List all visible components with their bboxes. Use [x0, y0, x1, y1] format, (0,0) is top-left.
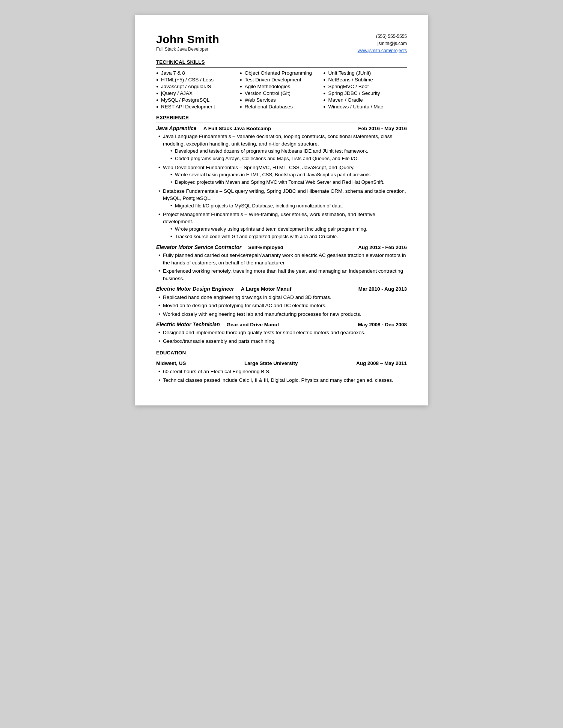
exp-bullet: Web Development Fundamentals – SpringMVC…	[158, 163, 407, 187]
email: jsmith@js.com	[358, 40, 407, 47]
phone: (555) 555-5555	[358, 33, 407, 40]
exp-left: Elevator Motor Service Contractor Self-E…	[156, 244, 283, 250]
exp-bullet: Designed and implemented thorough qualit…	[158, 329, 407, 337]
sub-bullet: Coded programs using Arrays, Collections…	[170, 155, 407, 162]
experience-section: EXPERIENCE Java Apprentice A Full Stack …	[156, 115, 407, 345]
exp-left: Java Apprentice A Full Stack Java Bootca…	[156, 125, 271, 131]
skill-item: NetBeans / Sublime	[323, 77, 407, 83]
edu-header: Midwest, US Large State University Aug 2…	[156, 360, 407, 366]
exp-bullet: Experienced working remotely, traveling …	[158, 267, 407, 283]
exp-company: Self-Employed	[248, 245, 283, 250]
header: John Smith Full Stack Java Developer (55…	[156, 33, 407, 55]
sub-bullet: Wrote programs weekly using sprints and …	[170, 225, 407, 233]
exp-bullet: Fully planned and carried out service/re…	[158, 251, 407, 267]
exp-company: A Full Stack Java Bootcamp	[203, 126, 271, 131]
sub-bullets: Wrote several basic programs in HTML, CS…	[163, 171, 407, 186]
skill-item: Unit Testing (JUnit)	[323, 70, 407, 77]
resume-page: John Smith Full Stack Java Developer (55…	[135, 15, 428, 405]
skill-item: Test Driven Development	[240, 77, 324, 83]
exp-date: May 2008 - Dec 2008	[358, 322, 407, 327]
website-link[interactable]: www.jsmith.com/projects	[358, 48, 407, 53]
exp-entry-technician: Electric Motor Technician Gear and Drive…	[156, 321, 407, 345]
candidate-name: John Smith	[156, 33, 219, 46]
exp-date: Aug 2013 - Feb 2016	[358, 245, 407, 250]
skill-item: Agile Methedologies	[240, 83, 324, 90]
exp-title: Electric Motor Design Engineer	[156, 286, 234, 292]
sub-bullets: Wrote programs weekly using sprints and …	[163, 225, 407, 240]
sub-bullets: Developed and tested dozens of programs …	[163, 147, 407, 162]
exp-header: Electric Motor Technician Gear and Drive…	[156, 321, 407, 327]
skills-divider	[156, 67, 407, 68]
skills-grid: Java 7 & 8 HTML(+5) / CSS / Less Javascr…	[156, 70, 407, 110]
exp-date: Mar 2010 - Aug 2013	[358, 286, 407, 292]
edu-date: Aug 2008 – May 2011	[356, 360, 407, 366]
exp-date: Feb 2016 - May 2016	[358, 126, 407, 131]
skill-item: SpringMVC / Boot	[323, 83, 407, 90]
exp-bullets: Designed and implemented thorough qualit…	[156, 329, 407, 345]
exp-bullet: Gearbox/transaxle assembly and parts mac…	[158, 337, 407, 345]
header-left: John Smith Full Stack Java Developer	[156, 33, 219, 52]
exp-bullet: Replicated hand done engineering drawing…	[158, 293, 407, 302]
exp-bullets: Java Language Fundamentals – Variable de…	[156, 132, 407, 241]
skill-item: MySQL / PostgreSQL	[156, 97, 240, 104]
exp-bullet: Database Fundamentals – SQL query writin…	[158, 187, 407, 210]
edu-bullet: 60 credit hours of an Electrical Enginee…	[158, 368, 407, 376]
education-divider	[156, 358, 407, 358]
exp-title: Electric Motor Technician	[156, 321, 220, 327]
technical-skills-title: TECHNICAL SKILLS	[156, 59, 407, 65]
skill-item: Object Oriented Programming	[240, 70, 324, 77]
exp-title: Java Apprentice	[156, 125, 197, 131]
skill-item: Version Control (Git)	[240, 90, 324, 97]
exp-title: Elevator Motor Service Contractor	[156, 244, 241, 250]
skills-col-1: Java 7 & 8 HTML(+5) / CSS / Less Javascr…	[156, 70, 240, 110]
skill-item: Javascript / AngularJS	[156, 83, 240, 90]
skill-item: jQuery / AJAX	[156, 90, 240, 97]
exp-bullet: Project Management Fundamentals – Wire-f…	[158, 210, 407, 241]
sub-bullet: Tracked source code with Git and organiz…	[170, 233, 407, 240]
exp-bullet: Worked closely with engineering test lab…	[158, 310, 407, 318]
sub-bullet: Developed and tested dozens of programs …	[170, 147, 407, 155]
experience-title: EXPERIENCE	[156, 115, 407, 120]
skill-item: Relational Databases	[240, 104, 324, 110]
exp-header: Electric Motor Design Engineer A Large M…	[156, 286, 407, 292]
exp-header: Elevator Motor Service Contractor Self-E…	[156, 244, 407, 250]
skill-item: HTML(+5) / CSS / Less	[156, 77, 240, 83]
exp-bullets: Replicated hand done engineering drawing…	[156, 293, 407, 318]
experience-divider	[156, 123, 407, 123]
exp-company: A Large Motor Manuf	[241, 286, 292, 292]
education-title: EDUCATION	[156, 350, 407, 356]
skills-col-3: Unit Testing (JUnit) NetBeans / Sublime …	[323, 70, 407, 110]
sub-bullet: Deployed projects with Maven and Spring …	[170, 179, 407, 186]
technical-skills-section: TECHNICAL SKILLS Java 7 & 8 HTML(+5) / C…	[156, 59, 407, 110]
exp-bullet: Java Language Fundamentals – Variable de…	[158, 132, 407, 164]
skill-item: Windows / Ubuntu / Mac	[323, 104, 407, 110]
candidate-subtitle: Full Stack Java Developer	[156, 47, 219, 52]
edu-bullet: Technical classes passed include Calc I,…	[158, 376, 407, 384]
exp-entry-design-engineer: Electric Motor Design Engineer A Large M…	[156, 286, 407, 318]
skill-item: Maven / Gradle	[323, 97, 407, 104]
skill-item: REST API Development	[156, 104, 240, 110]
sub-bullets: Migrated file I/O projects to MySQL Data…	[163, 202, 407, 210]
exp-company: Gear and Drive Manuf	[227, 322, 279, 327]
exp-entry-elevator: Elevator Motor Service Contractor Self-E…	[156, 244, 407, 283]
skill-item: Web Services	[240, 97, 324, 104]
sub-bullet: Wrote several basic programs in HTML, CS…	[170, 171, 407, 179]
skill-item: Java 7 & 8	[156, 70, 240, 77]
sub-bullet: Migrated file I/O projects to MySQL Data…	[170, 202, 407, 210]
exp-left: Electric Motor Design Engineer A Large M…	[156, 286, 291, 292]
exp-header: Java Apprentice A Full Stack Java Bootca…	[156, 125, 407, 131]
edu-bullets: 60 credit hours of an Electrical Enginee…	[156, 368, 407, 384]
exp-bullets: Fully planned and carried out service/re…	[156, 251, 407, 283]
edu-location: Midwest, US	[156, 360, 186, 366]
education-section: EDUCATION Midwest, US Large State Univer…	[156, 350, 407, 384]
exp-bullet: Moved on to design and prototyping for s…	[158, 302, 407, 310]
exp-entry-java-apprentice: Java Apprentice A Full Stack Java Bootca…	[156, 125, 407, 241]
header-right: (555) 555-5555 jsmith@js.com www.jsmith.…	[358, 33, 407, 55]
skill-item: Spring JDBC / Security	[323, 90, 407, 97]
edu-school: Large State University	[244, 360, 298, 366]
exp-left: Electric Motor Technician Gear and Drive…	[156, 321, 279, 327]
skills-col-2: Object Oriented Programming Test Driven …	[240, 70, 324, 110]
